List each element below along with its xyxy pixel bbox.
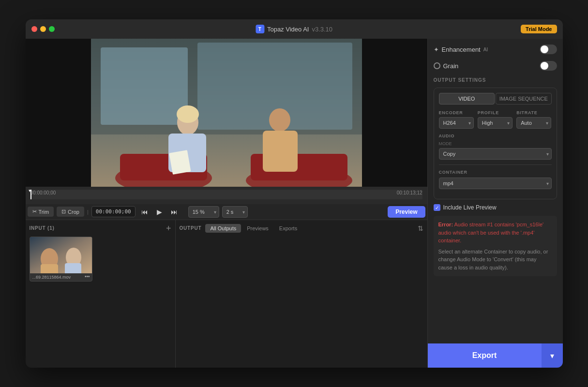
encoder-row: ENCODER H264 H265 ProRes PROFILE (439, 110, 552, 129)
bitrate-select[interactable]: Auto Low Medium High (516, 117, 551, 129)
enhancement-toggle[interactable] (540, 45, 557, 54)
enhancement-row: ✦ Enhancement AI (434, 45, 557, 54)
error-box: Error: Audio stream #1 contains 'pcm_s16… (434, 216, 557, 276)
profile-group: PROFILE High Main Baseline (478, 110, 513, 129)
bottom-panels: INPUT (1) + (26, 220, 427, 368)
grain-icon (434, 62, 440, 69)
video-area (26, 39, 427, 187)
minimize-button[interactable] (40, 26, 46, 32)
export-button[interactable]: Export (428, 343, 542, 368)
video-placeholder (91, 39, 362, 187)
file-menu-icon[interactable]: ••• (85, 274, 90, 279)
right-panel-content: ✦ Enhancement AI Grain (428, 39, 563, 343)
audio-mode-select[interactable]: Copy Convert None (439, 148, 552, 160)
bitrate-select-wrapper[interactable]: Auto Low Medium High (516, 117, 551, 129)
encoder-group: ENCODER H264 H265 ProRes (439, 110, 474, 129)
left-panel: 00:00:00;00 00:10:13;12 ✂ Trim ⊡ Crop | … (26, 39, 427, 368)
output-panel-header: OUTPUT All Outputs Previews Exports ⇅ (180, 224, 423, 233)
timeline-marker[interactable] (30, 190, 31, 199)
output-settings-title: OUTPUT SETTINGS (434, 77, 557, 83)
timeline-start-time: 00:00:00;00 (30, 190, 56, 195)
grain-label: Grain (443, 62, 459, 70)
trim-button[interactable]: ✂ Trim (28, 207, 54, 217)
export-bar: Export ▾ (428, 343, 563, 368)
file-name-label: ...69.28115864.mov (30, 273, 92, 281)
export-dropdown-button[interactable]: ▾ (542, 343, 563, 368)
grain-toggle[interactable] (540, 61, 557, 71)
zoom-select-wrapper[interactable]: 15 % 25 % 50 % 100 % (188, 206, 219, 218)
rewind-button[interactable]: ⏮ (138, 206, 151, 218)
video-overlay (91, 39, 362, 187)
svg-point-9 (177, 105, 199, 123)
container-label: CONTAINER (439, 170, 552, 175)
output-sort-button[interactable]: ⇅ (418, 224, 423, 232)
timeline-tick-area: 00:00:00;00 00:10:13;12 (30, 190, 422, 196)
svg-point-11 (269, 108, 290, 132)
maximize-button[interactable] (49, 26, 55, 32)
input-panel-header: INPUT (1) + (30, 224, 171, 233)
tab-video[interactable]: VIDEO (439, 93, 495, 104)
close-button[interactable] (31, 26, 37, 32)
container-select-wrapper[interactable]: mp4 mov mkv avi (439, 178, 552, 189)
tab-previews[interactable]: Previews (242, 224, 273, 233)
divider-audio-container (439, 164, 552, 165)
tab-all-outputs[interactable]: All Outputs (205, 224, 241, 233)
interval-select-wrapper[interactable]: 2 s 5 s 10 s (222, 206, 248, 218)
encoder-select[interactable]: H264 H265 ProRes (439, 117, 474, 129)
current-time-display: 00:00:00;00 (91, 206, 136, 217)
profile-label: PROFILE (478, 110, 513, 115)
audio-mode-select-wrapper[interactable]: Copy Convert None (439, 148, 552, 160)
enhancement-label: Enhancement (442, 46, 481, 53)
output-format-tabs: VIDEO IMAGE SEQUENCE (439, 93, 552, 104)
topaz-icon: T (256, 25, 264, 33)
output-panel: OUTPUT All Outputs Previews Exports ⇅ (176, 220, 427, 368)
grain-row: Grain (434, 61, 557, 71)
svg-rect-13 (169, 150, 191, 175)
preview-button[interactable]: Preview (388, 206, 425, 218)
live-preview-checkbox[interactable]: ✓ (434, 204, 440, 211)
play-button[interactable]: ▶ (154, 206, 165, 218)
container-select[interactable]: mp4 mov mkv avi (439, 178, 552, 189)
title-bar: T Topaz Video AI v3.3.10 Trial Mode (26, 19, 563, 39)
bitrate-group: BITRATE Auto Low Medium High (516, 110, 551, 129)
right-panel: ✦ Enhancement AI Grain (427, 39, 563, 368)
app-title: Topaz Video AI (267, 26, 309, 33)
tab-exports[interactable]: Exports (274, 224, 302, 233)
forward-button[interactable]: ⏭ (168, 206, 181, 218)
error-text: Error: Audio stream #1 contains 'pcm_s16… (438, 221, 552, 271)
output-settings-section: VIDEO IMAGE SEQUENCE ENCODER H264 H265 P… (434, 88, 557, 199)
divider-1: | (87, 209, 89, 215)
trim-icon: ✂ (32, 208, 37, 215)
ai-badge: AI (483, 47, 488, 52)
audio-section: AUDIO MODE Copy Convert None (439, 134, 552, 160)
file-thumbnail[interactable]: ...69.28115864.mov ••• (30, 237, 92, 282)
thumb-scene (30, 237, 92, 273)
profile-select[interactable]: High Main Baseline (478, 117, 513, 129)
chevron-down-icon: ▾ (550, 351, 554, 360)
container-section: CONTAINER mp4 mov mkv avi (439, 170, 552, 189)
svg-rect-18 (65, 263, 81, 273)
live-preview-row: ✓ Include Live Preview (434, 204, 557, 211)
zoom-select[interactable]: 15 % 25 % 50 % 100 % (188, 206, 219, 218)
enhancement-toggle-knob (541, 45, 548, 53)
tab-image-sequence[interactable]: IMAGE SEQUENCE (496, 93, 552, 104)
traffic-lights (31, 26, 55, 32)
svg-rect-2 (101, 47, 188, 125)
grain-label-group: Grain (434, 62, 459, 70)
app-version: v3.3.10 (312, 26, 332, 33)
title-center: T Topaz Video AI v3.3.10 (256, 25, 332, 33)
input-panel: INPUT (1) + (26, 220, 176, 368)
add-input-button[interactable]: + (166, 224, 171, 233)
output-tabs: All Outputs Previews Exports (205, 224, 302, 233)
file-thumbnail-image (30, 237, 92, 273)
interval-select[interactable]: 2 s 5 s 10 s (222, 206, 248, 218)
timeline-bar[interactable]: 00:00:00;00 00:10:13;12 (30, 190, 422, 199)
svg-rect-12 (263, 131, 298, 172)
crop-icon: ⊡ (61, 208, 66, 215)
grain-toggle-knob (541, 62, 548, 70)
crop-button[interactable]: ⊡ Crop (57, 207, 84, 217)
encoder-select-wrapper[interactable]: H264 H265 ProRes (439, 117, 474, 129)
live-preview-label: Include Live Preview (443, 204, 497, 211)
enhancement-label-group: ✦ Enhancement AI (434, 46, 488, 53)
profile-select-wrapper[interactable]: High Main Baseline (478, 117, 513, 129)
